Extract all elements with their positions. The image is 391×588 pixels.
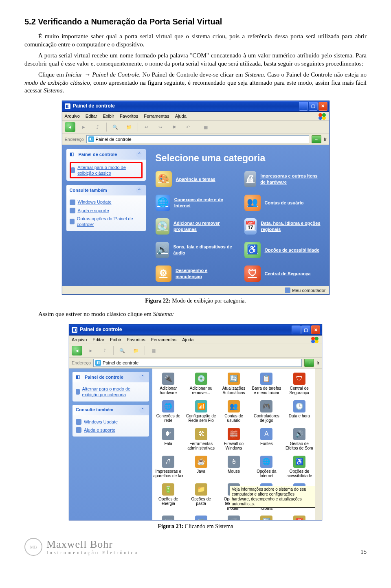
control-panel-item[interactable]: 🗣Fala xyxy=(152,426,184,452)
window-titlebar[interactable]: ◧ Painel de controle _ ▢ ✕ xyxy=(69,325,322,336)
menu-ajuda[interactable]: Ajuda xyxy=(175,113,187,119)
seealso-item[interactable]: Windows Update xyxy=(76,418,146,426)
back-button[interactable]: ◄ xyxy=(72,346,82,355)
category-item[interactable]: 🌐Conexões de rede e de Internet xyxy=(156,195,235,211)
views-button[interactable]: ▦ xyxy=(148,346,159,355)
side-title: Painel de controle xyxy=(79,151,117,157)
control-panel-item[interactable]: 💿Adicionar ou remover... xyxy=(185,371,217,397)
menu-exibir[interactable]: Exibir xyxy=(103,113,114,119)
control-panel-item[interactable]: 📅Tarefas agendadas xyxy=(283,514,315,520)
close-button[interactable]: ✕ xyxy=(319,102,327,111)
menu-editar[interactable]: Editar xyxy=(92,337,104,342)
folders-button[interactable]: 📁 xyxy=(131,346,141,355)
up-button[interactable]: ⤴ xyxy=(92,122,103,132)
control-panel-item[interactable]: 📷Scanners e câmeras xyxy=(152,514,184,520)
seealso-item[interactable]: Windows Update xyxy=(70,198,143,206)
category-item[interactable]: 📅Data, hora, idioma e opções regionais xyxy=(244,218,323,235)
control-panel-item[interactable]: 🔋Opções de energia xyxy=(152,482,184,513)
search-button[interactable]: 🔍 xyxy=(117,346,127,355)
back-button[interactable]: ◄ xyxy=(65,122,75,132)
category-item[interactable]: ♿Opções de acessibilidade xyxy=(244,242,323,258)
control-panel-item[interactable]: 🔊Sons e dispositivos de áudio xyxy=(218,514,250,520)
control-panel-item[interactable]: 🔄Atualizações Automáticas xyxy=(218,371,250,397)
go-button[interactable]: → xyxy=(304,359,314,367)
history-button[interactable]: ↩ xyxy=(141,122,152,132)
switch-to-category-link[interactable]: Alternar para o modo de exibição por cat… xyxy=(76,385,146,399)
menu-editar[interactable]: Editar xyxy=(86,113,97,119)
control-panel-item[interactable]: 🛠Ferramentas administrativas xyxy=(185,426,217,452)
address-field[interactable]: ◧ Painel de controle xyxy=(86,135,309,143)
control-panel-item[interactable]: 📋Barra de tarefas e menu Iniciar xyxy=(250,371,282,397)
control-panel-item[interactable]: 🔌Adicionar hardware xyxy=(152,371,184,397)
seealso-item[interactable]: Outras opções do 'Painel de controle' xyxy=(70,215,143,229)
menu-exibir[interactable]: Exibir xyxy=(110,337,121,342)
collapse-icon[interactable]: ⌃ xyxy=(136,187,143,193)
category-label: Central de Segurança xyxy=(265,271,311,276)
forward-button[interactable]: ► xyxy=(86,346,96,355)
control-panel-item[interactable]: 📁Opções de pasta xyxy=(185,482,217,513)
control-panel-item[interactable]: 🖨Impressoras e aparelhos de fax xyxy=(152,454,184,480)
status-text: Meu computador xyxy=(292,287,326,293)
control-panel-item[interactable]: 🌐Conexões de rede xyxy=(152,399,184,425)
menu-arquivo[interactable]: Arquivo xyxy=(72,337,87,342)
applet-label: Controladores de jogo xyxy=(251,414,281,423)
category-item[interactable]: 🛡Central de Segurança xyxy=(244,265,323,282)
control-panel-item[interactable]: 🔄Symantec LiveUpdate xyxy=(250,514,282,520)
category-item[interactable]: ⚙Desempenho e manutenção xyxy=(156,265,235,282)
control-panel-item[interactable]: 📶Configuração de Rede sem Fio xyxy=(185,399,217,425)
seealso-item[interactable]: Ajuda e suporte xyxy=(70,206,143,215)
menu-ajuda[interactable]: Ajuda xyxy=(182,337,193,342)
seealso-label: Outras opções do 'Painel de controle' xyxy=(77,216,143,228)
sistema-item[interactable]: 💻Sistema xyxy=(185,514,217,520)
control-panel-item[interactable]: 🛡Central de Segurança xyxy=(283,371,315,397)
undo-button[interactable]: ↶ xyxy=(183,122,193,132)
close-button[interactable]: ✕ xyxy=(311,325,320,334)
delete-button[interactable]: ✖ xyxy=(169,122,180,132)
applet-label: Opções da Internet xyxy=(251,469,281,478)
category-item[interactable]: 💿Adicionar ou remover programas xyxy=(156,218,235,235)
search-button[interactable]: 🔍 xyxy=(110,122,121,132)
control-panel-item[interactable]: 🧱Firewall do Windows xyxy=(218,426,250,452)
collapse-icon[interactable]: ⌃ xyxy=(139,374,146,380)
switch-to-classic-link[interactable]: Alternar para o modo de exibição clássic… xyxy=(70,162,143,179)
page-number: 15 xyxy=(360,548,367,556)
move-button[interactable]: ↪ xyxy=(155,122,166,132)
menu-arquivo[interactable]: Arquivo xyxy=(65,113,80,119)
menu-favoritos[interactable]: Favoritos xyxy=(127,337,145,342)
category-label: Conexões de rede e de Internet xyxy=(174,197,235,208)
control-panel-item[interactable]: 👥Contas de usuário xyxy=(218,399,250,425)
window-titlebar[interactable]: ◧ Painel de controle _ ▢ ✕ xyxy=(62,101,329,112)
control-panel-item[interactable]: 🌐Opções da Internet xyxy=(250,454,282,480)
control-panel-item[interactable]: 🕒Data e hora xyxy=(283,399,315,425)
seealso-item[interactable]: Ajuda e suporte xyxy=(76,426,146,434)
control-panel-item[interactable]: ☕Java xyxy=(185,454,217,480)
category-item[interactable]: 🔊Sons, fala e dispositivos de áudio xyxy=(156,242,235,258)
up-button[interactable]: ⤴ xyxy=(99,346,110,355)
menu-ferramentas[interactable]: Ferramentas xyxy=(151,337,176,342)
go-button[interactable]: → xyxy=(312,135,321,143)
views-button[interactable]: ▦ xyxy=(200,122,211,132)
category-item[interactable]: 🎨Aparência e temas xyxy=(156,171,235,187)
menu-ferramentas[interactable]: Ferramentas xyxy=(144,113,169,119)
address-text: Painel de controle xyxy=(96,136,132,142)
control-panel-item[interactable]: 🔊Gestão de Efeitos de Som xyxy=(283,426,315,452)
category-item[interactable]: 👥Contas de usuário xyxy=(244,195,323,211)
minimize-button[interactable]: _ xyxy=(299,102,308,111)
minimize-button[interactable]: _ xyxy=(292,325,301,334)
collapse-icon[interactable]: ⌃ xyxy=(139,407,146,413)
control-panel-item[interactable]: 🖱Mouse xyxy=(218,454,250,480)
collapse-icon[interactable]: ⌃ xyxy=(136,151,143,158)
link-icon xyxy=(70,219,75,224)
forward-button[interactable]: ► xyxy=(79,122,89,132)
maximize-button[interactable]: ▢ xyxy=(309,102,318,111)
control-panel-item[interactable]: ♿Opções de acessibilidade xyxy=(283,454,315,480)
category-item[interactable]: 🖨Impressoras e outros itens de hardware xyxy=(244,171,323,187)
category-icon: 👥 xyxy=(244,195,261,211)
control-panel-item[interactable]: 🎮Controladores de jogo xyxy=(250,399,282,425)
control-panel-icon: ◧ xyxy=(95,360,101,366)
menu-favoritos[interactable]: Favoritos xyxy=(120,113,138,119)
address-field[interactable]: ◧ Painel de controle xyxy=(93,359,302,367)
control-panel-item[interactable]: AFontes xyxy=(250,426,282,452)
folders-button[interactable]: 📁 xyxy=(124,122,134,132)
maximize-button[interactable]: ▢ xyxy=(301,325,310,334)
